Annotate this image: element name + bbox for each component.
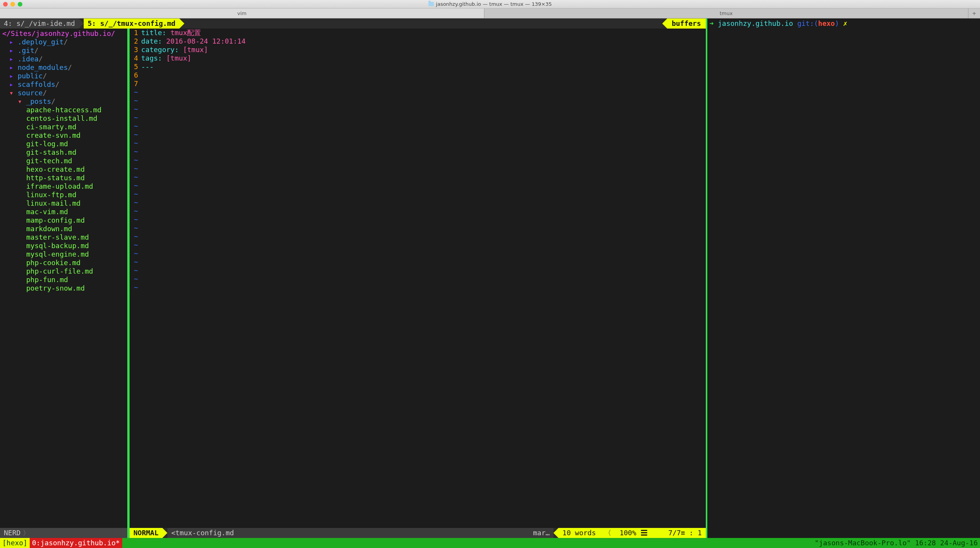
chevron-down-icon: ▾ xyxy=(18,97,22,105)
dir-name: _posts xyxy=(26,97,51,105)
code-line[interactable]: tags: [tmux] xyxy=(141,54,706,63)
vim-tab-inactive[interactable]: 4: s/_/vim-ide.md xyxy=(0,19,79,29)
nerdtree-dir[interactable]: ▸ public/ xyxy=(2,72,125,80)
tab-add-button[interactable]: + xyxy=(968,8,980,18)
statusline-filetype: mar… xyxy=(533,528,550,538)
code-line[interactable]: --- xyxy=(141,63,706,71)
file-name: php-curl-file.md xyxy=(26,267,93,275)
tmux-session[interactable]: [hexo] xyxy=(0,538,30,548)
code-line[interactable] xyxy=(141,79,706,88)
nerdtree-file[interactable]: poetry-snow.md xyxy=(2,284,125,293)
tab-tmux[interactable]: tmux xyxy=(484,8,969,18)
code-line[interactable] xyxy=(141,71,706,79)
folder-icon xyxy=(428,2,433,6)
file-name: git-tech.md xyxy=(26,157,72,165)
nerdtree-file[interactable]: linux-ftp.md xyxy=(2,191,125,199)
window-title: jasonhzy.github.io — tmux — tmux — 139×3… xyxy=(428,1,552,7)
code-line[interactable]: title: tmux配置 xyxy=(141,29,706,37)
close-icon[interactable] xyxy=(3,2,8,7)
git-dirty-icon: ✗ xyxy=(843,19,847,27)
nerdtree-file[interactable]: linux-mail.md xyxy=(2,199,125,208)
prompt-cwd: jasonhzy.github.io xyxy=(718,19,793,27)
statusline-position: 7/7≡ : 1 xyxy=(668,529,702,537)
statusline-filename: <tmux-config.md xyxy=(171,528,234,538)
code-content[interactable]: title: tmux配置date: 2016-08-24 12:01:14ca… xyxy=(141,29,706,528)
file-name: php-fun.md xyxy=(26,276,68,284)
main-area: 4: s/_/vim-ide.md 5: s/_/tmux-config.md … xyxy=(0,19,980,538)
file-name: apache-htaccess.md xyxy=(26,106,101,114)
nerdtree-file[interactable]: create-svn.md xyxy=(2,131,125,140)
nerdtree-file[interactable]: hexo-create.md xyxy=(2,165,125,174)
vim-buffers-label[interactable]: buffers xyxy=(667,19,706,29)
nerdtree-file[interactable]: php-cookie.md xyxy=(2,259,125,267)
statusline-percent: 100% ☰ xyxy=(619,529,647,537)
dir-name: node_modules xyxy=(18,63,68,71)
prompt-branch: hexo xyxy=(818,19,835,27)
vim-tab-active[interactable]: 5: s/_/tmux-config.md xyxy=(84,19,179,29)
prompt-git-close: ) xyxy=(835,19,839,27)
file-name: git-log.md xyxy=(26,140,68,148)
file-name: poetry-snow.md xyxy=(26,284,85,292)
nerdtree-file[interactable]: git-stash.md xyxy=(2,148,125,157)
nerdtree-file[interactable]: markdown.md xyxy=(2,225,125,233)
nerdtree-file[interactable]: apache-htaccess.md xyxy=(2,106,125,114)
nerdtree-subdir-open[interactable]: ▾ _posts/ xyxy=(2,97,125,106)
dir-name: source xyxy=(18,89,43,97)
line-number-gutter: 1234567~~~~~~~~~~~~~~~~~~~~~~~~ xyxy=(130,29,141,528)
nerdtree-file[interactable]: git-tech.md xyxy=(2,157,125,165)
dir-name: scaffolds xyxy=(18,80,56,88)
nerdtree-file[interactable]: iframe-upload.md xyxy=(2,182,125,191)
chevron-right-icon xyxy=(162,528,167,538)
tmux-status-bar: [hexo] 0:jasonhzy.github.io* "jasons-Mac… xyxy=(0,538,980,548)
nerdtree-file[interactable]: http-status.md xyxy=(2,174,125,182)
code-line[interactable]: date: 2016-08-24 12:01:14 xyxy=(141,37,706,46)
file-name: mysql-engine.md xyxy=(26,250,89,258)
file-name: master-slave.md xyxy=(26,233,89,241)
chevron-left-icon xyxy=(662,19,667,29)
chevron-right-icon: ▸ xyxy=(9,46,13,54)
vim-tabline: 4: s/_/vim-ide.md 5: s/_/tmux-config.md … xyxy=(0,19,706,29)
minimize-icon[interactable] xyxy=(10,2,15,7)
chevron-down-icon: ▾ xyxy=(9,89,13,97)
shell-prompt: ➜ jasonhzy.github.io git:(hexo) ✗ xyxy=(710,19,978,27)
nerdtree-file[interactable]: centos-install.md xyxy=(2,114,125,123)
vim-statusline: NERD 〉 NORMAL <tmux-config.md mar… 10 wo… xyxy=(0,528,706,538)
maximize-icon[interactable] xyxy=(18,2,22,7)
nerdtree-file[interactable]: php-fun.md xyxy=(2,276,125,284)
nerdtree-root[interactable]: </Sites/jasonhzy.github.io/ xyxy=(2,29,125,38)
prompt-arrow-icon: ➜ xyxy=(710,19,718,27)
nerdtree-dir[interactable]: ▸ .deploy_git/ xyxy=(2,38,125,46)
nerdtree-file[interactable]: mac-vim.md xyxy=(2,208,125,216)
file-name: git-stash.md xyxy=(26,148,76,156)
nerdtree-dir[interactable]: ▸ .git/ xyxy=(2,46,125,55)
nerdtree-file[interactable]: master-slave.md xyxy=(2,233,125,242)
code-line[interactable]: category: [tmux] xyxy=(141,46,706,54)
nerdtree-file[interactable]: ci-smarty.md xyxy=(2,123,125,131)
nerdtree-dir[interactable]: ▸ node_modules/ xyxy=(2,63,125,72)
chevron-right-icon: ▸ xyxy=(9,80,13,88)
nerdtree-dir[interactable]: ▸ .idea/ xyxy=(2,55,125,63)
vim-pane: 4: s/_/vim-ide.md 5: s/_/tmux-config.md … xyxy=(0,19,706,538)
nerdtree-file[interactable]: git-log.md xyxy=(2,140,125,148)
tmux-window-active[interactable]: 0:jasonhzy.github.io* xyxy=(30,538,122,548)
shell-pane[interactable]: ➜ jasonhzy.github.io git:(hexo) ✗ xyxy=(706,19,980,538)
nerdtree-file[interactable]: mamp-config.md xyxy=(2,216,125,225)
statusline-words: 10 words xyxy=(562,529,596,537)
nerdtree-dir[interactable]: ▸ scaffolds/ xyxy=(2,80,125,89)
dir-name: .git xyxy=(18,46,34,54)
nerdtree-file[interactable]: mysql-engine.md xyxy=(2,250,125,259)
statusline-mode: NORMAL xyxy=(130,528,162,538)
chevron-left-icon xyxy=(553,528,558,538)
nerdtree-file[interactable]: mysql-backup.md xyxy=(2,242,125,250)
nerdtree-panel[interactable]: </Sites/jasonhzy.github.io/ ▸ .deploy_gi… xyxy=(0,29,127,528)
prompt-git-label: git:( xyxy=(797,19,818,27)
dir-name: .idea xyxy=(18,55,39,63)
tmux-status-right: "jasons-MacBook-Pro.lo" 16:28 24-Aug-16 xyxy=(812,538,980,548)
tab-vim[interactable]: vim xyxy=(0,8,484,18)
editor-area[interactable]: 1234567~~~~~~~~~~~~~~~~~~~~~~~~ title: t… xyxy=(130,29,706,528)
vim-body: </Sites/jasonhzy.github.io/ ▸ .deploy_gi… xyxy=(0,29,706,528)
file-name: ci-smarty.md xyxy=(26,123,76,131)
nerdtree-file[interactable]: php-curl-file.md xyxy=(2,267,125,276)
tab-vim-label: vim xyxy=(237,10,246,16)
nerdtree-dir-open[interactable]: ▾ source/ xyxy=(2,89,125,97)
